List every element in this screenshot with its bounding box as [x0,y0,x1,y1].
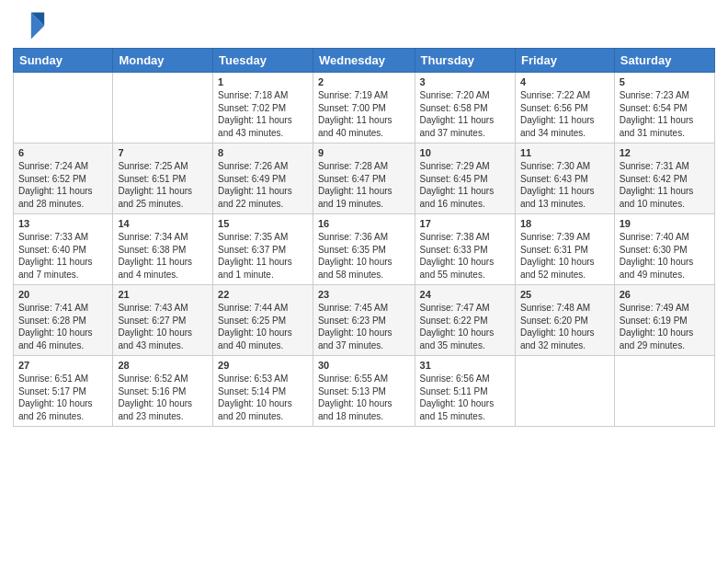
calendar-cell: 12Sunrise: 7:31 AM Sunset: 6:42 PM Dayli… [614,144,714,214]
day-info: Sunrise: 7:39 AM Sunset: 6:31 PM Dayligh… [520,231,609,281]
day-info: Sunrise: 7:41 AM Sunset: 6:28 PM Dayligh… [18,302,108,351]
day-number: 14 [118,218,208,229]
day-number: 26 [620,289,710,300]
day-number: 9 [318,147,410,158]
day-number: 3 [420,76,510,87]
day-info: Sunrise: 7:24 AM Sunset: 6:52 PM Dayligh… [18,160,108,210]
day-info: Sunrise: 6:55 AM Sunset: 5:13 PM Dayligh… [318,373,410,422]
calendar-cell: 18Sunrise: 7:39 AM Sunset: 6:31 PM Dayli… [515,214,614,285]
day-info: Sunrise: 7:38 AM Sunset: 6:33 PM Dayligh… [420,231,510,281]
calendar-cell: 8Sunrise: 7:26 AM Sunset: 6:49 PM Daylig… [213,144,313,214]
day-info: Sunrise: 7:43 AM Sunset: 6:27 PM Dayligh… [118,302,208,351]
day-info: Sunrise: 7:44 AM Sunset: 6:25 PM Dayligh… [218,302,308,351]
calendar-cell [113,73,213,144]
day-info: Sunrise: 7:20 AM Sunset: 6:58 PM Dayligh… [420,89,510,139]
day-number: 12 [620,147,710,158]
day-number: 27 [18,360,108,371]
day-info: Sunrise: 7:36 AM Sunset: 6:35 PM Dayligh… [318,231,410,281]
calendar-cell: 28Sunrise: 6:52 AM Sunset: 5:16 PM Dayli… [113,356,213,427]
day-number: 21 [118,289,208,300]
week-row-3: 13Sunrise: 7:33 AM Sunset: 6:40 PM Dayli… [14,214,715,285]
day-info: Sunrise: 7:25 AM Sunset: 6:51 PM Dayligh… [118,160,208,210]
calendar-cell: 3Sunrise: 7:20 AM Sunset: 6:58 PM Daylig… [415,73,515,144]
calendar-cell: 4Sunrise: 7:22 AM Sunset: 6:56 PM Daylig… [515,73,614,144]
day-number: 17 [420,218,510,229]
day-info: Sunrise: 7:31 AM Sunset: 6:42 PM Dayligh… [620,160,710,210]
calendar-cell: 2Sunrise: 7:19 AM Sunset: 7:00 PM Daylig… [313,73,415,144]
day-info: Sunrise: 7:28 AM Sunset: 6:47 PM Dayligh… [318,160,410,210]
day-info: Sunrise: 7:35 AM Sunset: 6:37 PM Dayligh… [218,231,308,281]
weekday-header-saturday: Saturday [614,49,714,73]
calendar-cell: 19Sunrise: 7:40 AM Sunset: 6:30 PM Dayli… [614,214,714,285]
day-number: 20 [18,289,108,300]
day-info: Sunrise: 7:40 AM Sunset: 6:30 PM Dayligh… [620,231,710,281]
week-row-4: 20Sunrise: 7:41 AM Sunset: 6:28 PM Dayli… [14,285,715,356]
weekday-header-thursday: Thursday [415,49,515,73]
day-number: 22 [218,289,308,300]
calendar-cell: 30Sunrise: 6:55 AM Sunset: 5:13 PM Dayli… [313,356,415,427]
weekday-header-sunday: Sunday [14,49,113,73]
day-number: 10 [420,147,510,158]
week-row-2: 6Sunrise: 7:24 AM Sunset: 6:52 PM Daylig… [14,144,715,214]
calendar-cell: 9Sunrise: 7:28 AM Sunset: 6:47 PM Daylig… [313,144,415,214]
day-number: 25 [520,289,609,300]
day-info: Sunrise: 7:19 AM Sunset: 7:00 PM Dayligh… [318,89,410,139]
day-info: Sunrise: 7:47 AM Sunset: 6:22 PM Dayligh… [420,302,510,351]
calendar-cell: 1Sunrise: 7:18 AM Sunset: 7:02 PM Daylig… [213,73,313,144]
day-info: Sunrise: 7:23 AM Sunset: 6:54 PM Dayligh… [620,89,710,139]
day-number: 11 [520,147,609,158]
day-number: 24 [420,289,510,300]
calendar-cell: 13Sunrise: 7:33 AM Sunset: 6:40 PM Dayli… [14,214,113,285]
day-number: 23 [318,289,410,300]
day-number: 29 [218,360,308,371]
day-info: Sunrise: 7:48 AM Sunset: 6:20 PM Dayligh… [520,302,609,351]
day-info: Sunrise: 6:56 AM Sunset: 5:11 PM Dayligh… [420,373,510,422]
day-number: 7 [118,147,208,158]
weekday-header-friday: Friday [515,49,614,73]
day-number: 8 [218,147,308,158]
logo-icon [13,9,46,42]
day-info: Sunrise: 7:22 AM Sunset: 6:56 PM Dayligh… [520,89,609,139]
day-number: 30 [318,360,410,371]
week-row-5: 27Sunrise: 6:51 AM Sunset: 5:17 PM Dayli… [14,356,715,427]
calendar-cell: 26Sunrise: 7:49 AM Sunset: 6:19 PM Dayli… [614,285,714,356]
day-number: 5 [620,76,710,87]
day-info: Sunrise: 7:26 AM Sunset: 6:49 PM Dayligh… [218,160,308,210]
day-info: Sunrise: 7:45 AM Sunset: 6:23 PM Dayligh… [318,302,410,351]
weekday-header-row: SundayMondayTuesdayWednesdayThursdayFrid… [14,49,715,73]
day-info: Sunrise: 7:29 AM Sunset: 6:45 PM Dayligh… [420,160,510,210]
calendar-cell: 31Sunrise: 6:56 AM Sunset: 5:11 PM Dayli… [415,356,515,427]
calendar-cell: 29Sunrise: 6:53 AM Sunset: 5:14 PM Dayli… [213,356,313,427]
day-info: Sunrise: 6:52 AM Sunset: 5:16 PM Dayligh… [118,373,208,422]
calendar-cell [614,356,714,427]
calendar-cell: 24Sunrise: 7:47 AM Sunset: 6:22 PM Dayli… [415,285,515,356]
day-number: 19 [620,218,710,229]
weekday-header-tuesday: Tuesday [213,49,313,73]
day-number: 4 [520,76,609,87]
day-number: 2 [318,76,410,87]
calendar-cell: 27Sunrise: 6:51 AM Sunset: 5:17 PM Dayli… [14,356,113,427]
week-row-1: 1Sunrise: 7:18 AM Sunset: 7:02 PM Daylig… [14,73,715,144]
day-info: Sunrise: 7:33 AM Sunset: 6:40 PM Dayligh… [18,231,108,281]
calendar-cell [515,356,614,427]
calendar-cell: 10Sunrise: 7:29 AM Sunset: 6:45 PM Dayli… [415,144,515,214]
weekday-header-monday: Monday [113,49,213,73]
day-info: Sunrise: 6:53 AM Sunset: 5:14 PM Dayligh… [218,373,308,422]
day-number: 15 [218,218,308,229]
day-number: 13 [18,218,108,229]
calendar-cell: 25Sunrise: 7:48 AM Sunset: 6:20 PM Dayli… [515,285,614,356]
page: SundayMondayTuesdayWednesdayThursdayFrid… [0,0,728,563]
calendar-cell: 7Sunrise: 7:25 AM Sunset: 6:51 PM Daylig… [113,144,213,214]
day-info: Sunrise: 6:51 AM Sunset: 5:17 PM Dayligh… [18,373,108,422]
calendar-cell: 20Sunrise: 7:41 AM Sunset: 6:28 PM Dayli… [14,285,113,356]
calendar-cell: 15Sunrise: 7:35 AM Sunset: 6:37 PM Dayli… [213,214,313,285]
calendar-cell [14,73,113,144]
day-info: Sunrise: 7:49 AM Sunset: 6:19 PM Dayligh… [620,302,710,351]
calendar-cell: 23Sunrise: 7:45 AM Sunset: 6:23 PM Dayli… [313,285,415,356]
day-number: 6 [18,147,108,158]
logo [13,9,48,42]
day-number: 1 [218,76,308,87]
calendar-cell: 11Sunrise: 7:30 AM Sunset: 6:43 PM Dayli… [515,144,614,214]
calendar-cell: 17Sunrise: 7:38 AM Sunset: 6:33 PM Dayli… [415,214,515,285]
header [13,9,715,42]
